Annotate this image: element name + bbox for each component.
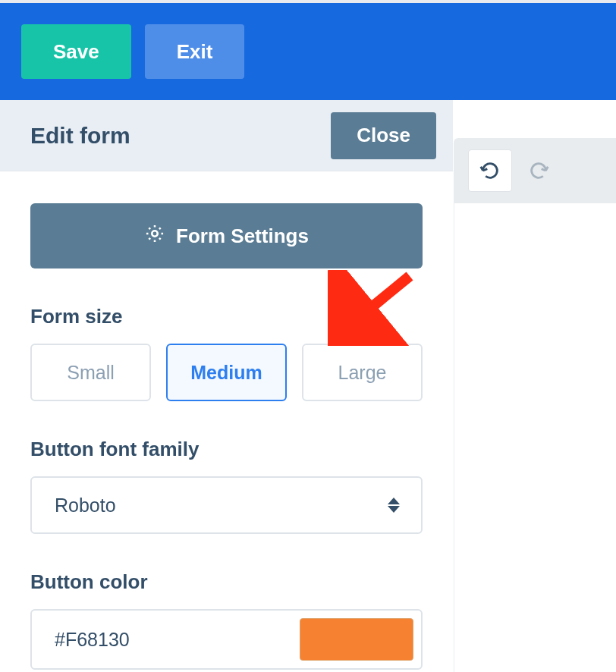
font-family-label: Button font family [30, 438, 423, 461]
button-color-input[interactable] [55, 629, 300, 651]
form-size-label: Form size [30, 305, 423, 328]
gear-icon [144, 223, 165, 250]
preview-toolbar [454, 138, 616, 203]
button-color-field[interactable] [30, 609, 423, 670]
size-option-large[interactable]: Large [302, 344, 423, 401]
svg-point-0 [152, 231, 157, 236]
panel-header: Edit form Close [0, 100, 453, 171]
preview-canvas [454, 203, 616, 672]
redo-icon [528, 160, 549, 181]
top-toolbar: Save Exit [0, 3, 616, 100]
undo-button[interactable] [468, 149, 512, 192]
font-family-value: Roboto [55, 495, 116, 517]
select-caret-icon [388, 498, 400, 513]
color-swatch[interactable] [300, 618, 413, 661]
undo-icon [479, 160, 501, 181]
size-option-medium[interactable]: Medium [166, 344, 287, 401]
panel-title: Edit form [30, 123, 130, 149]
form-settings-label: Form Settings [176, 225, 309, 248]
redo-button[interactable] [517, 149, 561, 192]
form-size-group: Small Medium Large [30, 344, 423, 401]
form-settings-button[interactable]: Form Settings [30, 203, 423, 268]
button-color-label: Button color [30, 570, 423, 594]
exit-button[interactable]: Exit [145, 24, 245, 79]
size-option-small[interactable]: Small [30, 344, 151, 401]
save-button[interactable]: Save [21, 24, 131, 79]
close-button[interactable]: Close [331, 112, 436, 159]
font-family-select[interactable]: Roboto [30, 476, 423, 534]
